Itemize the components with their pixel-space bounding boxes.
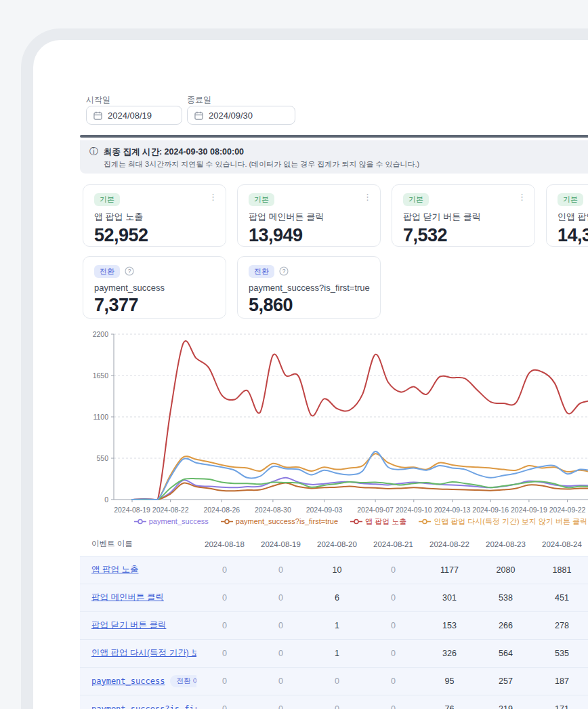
kpi-value: 52,952 (94, 225, 215, 246)
kpi-menu-kebab-icon[interactable]: ⋮ (518, 192, 526, 202)
help-icon[interactable]: ? (125, 266, 134, 276)
event-name-cell: payment_success?is_first=true전환 이벤트 (80, 695, 196, 709)
series-line (132, 341, 588, 500)
event-count-cell: 451 (534, 584, 588, 611)
table-header-date: 2024-08-23 (478, 533, 534, 556)
event-name-cell: payment_success전환 이벤트 (80, 667, 196, 695)
calendar-icon (194, 111, 203, 120)
event-count-cell: 0 (365, 639, 421, 667)
info-icon: ⓘ (89, 146, 98, 167)
kpi-value: 14,37 (558, 225, 588, 246)
y-tick-label: 550 (96, 454, 108, 462)
x-tick-label: 2024-08-19 (114, 506, 150, 514)
event-count-cell: 535 (534, 639, 588, 667)
kpi-menu-kebab-icon[interactable]: ⋮ (209, 192, 217, 202)
legend-item[interactable]: payment_success?is_first=true (221, 517, 338, 525)
end-date-input[interactable]: 2024/09/30 (187, 106, 295, 125)
x-tick-label: 2024-08-26 (203, 506, 240, 514)
x-tick-label: 2024-09-13 (434, 506, 471, 514)
events-table: 이벤트 이름2024-08-182024-08-192024-08-202024… (80, 533, 588, 709)
event-count-cell: 0 (365, 584, 421, 611)
kpi-card: 기본⋮팝업 메인버튼 클릭13,949 (237, 184, 381, 247)
legend-item[interactable]: 인앱 팝업 다시(특정 기간) 보지 않기 버튼 클릭 (419, 516, 587, 527)
kpi-card: 기본⋮팝업 닫기 버튼 클릭7,532 (392, 184, 535, 247)
table-header-date: 2024-08-19 (253, 533, 309, 556)
event-count-cell: 10 (309, 556, 365, 584)
kpi-row-conversion: 전환?payment_success7,377전환?payment_succes… (83, 256, 381, 319)
kpi-label: 인앱 팝업 다시(특정 기간) 보지 않기 버튼 클릭 (558, 211, 588, 223)
kpi-type-badge: 기본 (94, 193, 120, 206)
event-count-cell: 0 (365, 611, 421, 639)
event-count-cell: 301 (421, 584, 478, 611)
legend-item[interactable]: payment_success (134, 517, 209, 525)
y-tick-label: 1650 (93, 371, 109, 380)
event-count-cell: 76 (421, 695, 478, 709)
event-count-cell: 0 (253, 556, 309, 584)
start-date-input[interactable]: 2024/08/19 (86, 106, 182, 125)
x-tick-label: 2024-09-16 (472, 506, 509, 514)
kpi-label: payment_success?is_first=true (249, 283, 369, 293)
kpi-type-badge: 전환 (94, 265, 120, 278)
kpi-type-badge: 기본 (403, 193, 429, 206)
event-count-cell: 0 (309, 695, 365, 709)
event-name-cell: 앱 팝업 노출 (80, 556, 196, 584)
event-count-cell: 187 (534, 667, 588, 695)
svg-text:?: ? (282, 268, 286, 275)
event-count-cell: 1 (309, 611, 365, 639)
x-tick-label: 2024-09-19 (511, 506, 547, 514)
kpi-card: 전환?payment_success7,377 (83, 256, 226, 319)
kpi-row-basic: 기본⋮앱 팝업 노출52,952기본⋮팝업 메인버튼 클릭13,949기본⋮팝업… (83, 184, 588, 247)
end-date-label: 종료일 (187, 94, 211, 106)
kpi-menu-kebab-icon[interactable]: ⋮ (363, 192, 372, 202)
event-name-cell: 팝업 메인버튼 클릭 (80, 584, 196, 611)
kpi-type-badge: 전환 (249, 265, 274, 278)
event-link[interactable]: payment_success?is_first=true (91, 704, 196, 709)
event-link[interactable]: 팝업 닫기 버튼 클릭 (91, 620, 166, 630)
table-header-event-name: 이벤트 이름 (80, 533, 196, 556)
start-date-label: 시작일 (86, 94, 110, 106)
kpi-value: 5,860 (249, 295, 369, 316)
event-count-cell: 0 (253, 611, 309, 639)
legend-marker-icon (350, 519, 362, 525)
event-link[interactable]: 인앱 팝업 다시(특정 기간) 보지 않기 버튼 클릭 (91, 648, 196, 657)
event-name-cell: 팝업 닫기 버튼 클릭 (80, 611, 196, 639)
legend-item[interactable]: 앱 팝업 노출 (350, 516, 406, 527)
table-header-date: 2024-08-20 (309, 533, 365, 556)
event-count-cell: 326 (421, 639, 478, 667)
chart-legend: payment_successpayment_success?is_first=… (80, 515, 588, 527)
kpi-value: 7,377 (94, 295, 215, 316)
event-count-cell: 95 (421, 667, 478, 695)
start-date-value: 2024/08/19 (108, 110, 152, 121)
event-link[interactable]: 팝업 메인버튼 클릭 (91, 592, 164, 602)
analytics-page: 시작일 2024/08/19 종료일 2024/09/30 ⓘ 최종 집계 시간… (0, 0, 588, 709)
help-icon[interactable]: ? (279, 266, 289, 276)
kpi-label: 팝업 메인버튼 클릭 (249, 211, 369, 223)
event-count-cell: 0 (365, 667, 421, 695)
x-tick-label: 2024-08-30 (255, 506, 291, 514)
event-count-cell: 0 (253, 584, 309, 611)
kpi-label: 앱 팝업 노출 (94, 211, 215, 223)
event-count-cell: 1177 (421, 556, 478, 584)
kpi-type-badge: 기본 (249, 193, 274, 206)
event-count-cell: 171 (534, 695, 588, 709)
legend-label: payment_success?is_first=true (236, 517, 338, 525)
event-link[interactable]: payment_success (91, 676, 165, 686)
event-count-cell: 2080 (478, 556, 534, 584)
series-line (132, 453, 588, 500)
event-link[interactable]: 앱 팝업 노출 (91, 565, 138, 574)
table-header-date: 2024-08-21 (365, 533, 421, 556)
table-row: payment_success?is_first=true전환 이벤트00007… (80, 695, 588, 709)
event-count-cell: 1 (309, 639, 365, 667)
table-header-date: 2024-08-18 (196, 533, 253, 556)
x-tick-label: 2024-09-07 (357, 506, 394, 514)
table-row: 인앱 팝업 다시(특정 기간) 보지 않기 버튼 클릭0010326564535 (80, 639, 588, 667)
event-count-cell: 0 (196, 639, 253, 667)
events-table-wrap: 이벤트 이름2024-08-182024-08-192024-08-202024… (80, 533, 588, 709)
kpi-label: 팝업 닫기 버튼 클릭 (403, 211, 524, 223)
notice-description: 집계는 최대 3시간까지 지연될 수 있습니다. (데이터가 없는 경우 집계가… (104, 159, 419, 169)
x-tick-label: 2024-09-22 (549, 506, 586, 514)
legend-marker-icon (134, 519, 146, 525)
calendar-icon (93, 111, 102, 120)
event-count-cell: 0 (365, 695, 421, 709)
legend-label: 앱 팝업 노출 (365, 516, 406, 527)
